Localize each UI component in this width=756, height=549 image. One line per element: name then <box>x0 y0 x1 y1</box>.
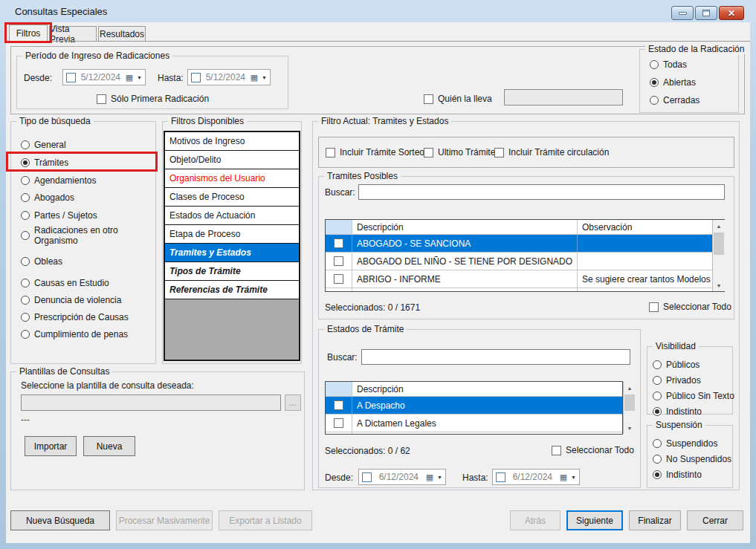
row-checkbox[interactable] <box>334 400 343 410</box>
desde-enable-checkbox[interactable] <box>66 73 76 82</box>
estados-desde-datepicker[interactable]: 6/12/2024 ▦ ▼ <box>358 469 446 485</box>
table-row[interactable]: ABOGADO - SE SANCIONA <box>326 235 724 253</box>
incluir-tramite-circulacion-row[interactable]: Incluir Trámite circulación <box>494 147 609 157</box>
radio-agendamientos[interactable]: Agendamientos <box>21 175 96 186</box>
list-item-objeto-delito[interactable]: Objeto/Delito <box>165 151 299 169</box>
list-item-tramites-estados[interactable]: Tramites y Estados <box>165 244 299 262</box>
scroll-down-icon[interactable]: ▼ <box>624 422 636 434</box>
hasta-date-value: 5/12/2024 <box>204 72 247 82</box>
row-checkbox[interactable] <box>334 418 343 428</box>
solo-primera-checkbox[interactable] <box>97 94 106 104</box>
estados-seleccionar-todo-checkbox[interactable] <box>552 446 561 455</box>
chevron-down-icon[interactable]: ▼ <box>571 475 576 480</box>
scroll-thumb[interactable] <box>624 394 635 411</box>
siguiente-button[interactable]: Siguiente <box>566 510 623 530</box>
plantilla-input[interactable] <box>21 394 281 411</box>
list-item-etapa-proceso[interactable]: Etapa de Proceso <box>165 225 299 244</box>
radio-visibilidad-indistinto[interactable]: Indistinto <box>653 406 702 417</box>
table-row[interactable]: A Notificar <box>326 432 622 435</box>
tramites-buscar-label: Buscar: <box>325 187 355 198</box>
nueva-busqueda-button[interactable]: Nueva Búsqueda <box>10 510 110 530</box>
cerrar-button[interactable]: Cerrar <box>687 510 743 530</box>
chevron-down-icon[interactable]: ▼ <box>437 475 442 480</box>
tramites-buscar-input[interactable] <box>358 184 725 200</box>
estados-hasta-enable-checkbox[interactable] <box>496 472 505 482</box>
tramites-seleccionar-todo-row[interactable]: Seleccionar Todo <box>649 302 731 312</box>
list-item-organismos-usuario[interactable]: Organismos del Usuario <box>165 169 299 188</box>
radio-obleas[interactable]: Obleas <box>21 256 62 267</box>
list-item-motivos-ingreso[interactable]: Motivos de Ingreso <box>165 132 299 151</box>
atras-button[interactable]: Atrás <box>510 510 560 530</box>
radio-general[interactable]: General <box>21 140 66 150</box>
row-checkbox[interactable] <box>334 256 343 266</box>
incluir-tramite-sorteo-row[interactable]: Incluir Trámite Sorteo <box>326 147 424 157</box>
tab-filtros[interactable]: Filtros <box>9 25 48 42</box>
radio-cerradas[interactable]: Cerradas <box>650 95 700 105</box>
row-checkbox[interactable] <box>334 274 343 284</box>
tramites-table-scrollbar[interactable]: ▲ ▼ <box>712 220 725 291</box>
importar-button[interactable]: Importar <box>25 436 77 456</box>
radio-suspendidos[interactable]: Suspendidos <box>653 438 717 449</box>
maximize-button[interactable] <box>695 6 717 20</box>
radio-abogados[interactable]: Abogados <box>21 192 74 203</box>
minimize-icon <box>679 12 687 15</box>
procesar-masivamente-button[interactable]: Procesar Masivamente <box>116 510 213 530</box>
list-item-tipos-tramite[interactable]: Tipos de Trámite <box>165 262 299 281</box>
close-button[interactable]: ✕ <box>719 6 744 20</box>
estados-desde-enable-checkbox[interactable] <box>362 472 372 482</box>
list-item-clases-proceso[interactable]: Clases de Proceso <box>165 188 299 207</box>
nueva-button[interactable]: Nueva <box>83 436 135 456</box>
finalizar-button[interactable]: Finalizar <box>629 510 681 530</box>
estados-table-scrollbar[interactable]: ▲ ▼ <box>623 382 636 434</box>
tab-vista-previa[interactable]: Vista Previa <box>49 26 97 42</box>
ultimo-tramite-row[interactable]: Ultimo Trámite <box>424 147 495 157</box>
table-row[interactable]: ABRIGO - LUGAR DESIGNADO Se deben cargar… <box>326 288 724 292</box>
quien-la-lleva-row[interactable]: Quién la lleva <box>424 94 492 104</box>
radio-partes-sujetos[interactable]: Partes / Sujetos <box>21 210 97 221</box>
estados-buscar-input[interactable] <box>361 349 630 365</box>
exportar-listado-button[interactable]: Exportar a Listado <box>219 510 312 530</box>
radio-publicos[interactable]: Públicos <box>653 360 700 370</box>
estados-seleccionar-todo-row[interactable]: Seleccionar Todo <box>552 445 634 455</box>
radio-suspension-indistinto[interactable]: Indistinto <box>653 470 702 480</box>
table-row[interactable]: ABOGADO DEL NIÑO - SE TIENE POR DESIGNAD… <box>326 253 724 270</box>
quien-la-lleva-checkbox[interactable] <box>424 94 433 104</box>
estados-hasta-label: Hasta: <box>462 472 488 483</box>
radio-abiertas[interactable]: Abiertas <box>650 77 696 88</box>
ultimo-tramite-checkbox[interactable] <box>424 148 433 157</box>
row-checkbox[interactable] <box>334 238 343 248</box>
chevron-down-icon[interactable]: ▼ <box>137 75 142 80</box>
minimize-button[interactable] <box>671 6 694 20</box>
estados-hasta-datepicker[interactable]: 6/12/2024 ▦ ▼ <box>492 469 580 485</box>
radio-prescripcion-causas[interactable]: Prescripción de Causas <box>21 312 129 322</box>
periodo-desde-datepicker[interactable]: 5/12/2024 ▦ ▼ <box>62 69 146 85</box>
incluir-tramite-sorteo-checkbox[interactable] <box>326 148 335 157</box>
radio-causas-en-estudio[interactable]: Causas en Estudio <box>21 278 109 288</box>
table-row[interactable]: ABRIGO - INFORME Se sugiere crear tantos… <box>326 270 724 288</box>
scroll-thumb[interactable] <box>714 233 724 255</box>
scroll-down-icon[interactable]: ▼ <box>713 279 725 291</box>
radio-privados[interactable]: Privados <box>653 375 701 386</box>
tab-resultados[interactable]: Resultados <box>98 26 146 42</box>
radio-tramites[interactable]: Trámites <box>21 157 68 168</box>
radio-publico-sin-texto[interactable]: Público Sin Texto <box>653 391 734 401</box>
scroll-up-icon[interactable]: ▲ <box>713 220 725 232</box>
periodo-hasta-datepicker[interactable]: 5/12/2024 ▦ ▼ <box>187 69 271 85</box>
radio-cumplimiento-penas[interactable]: Cumplimiento de penas <box>21 329 128 340</box>
table-row[interactable]: A Dictamen Legales <box>326 415 622 432</box>
hasta-enable-checkbox[interactable] <box>191 73 201 82</box>
radio-no-suspendidos[interactable]: No Suspendidos <box>653 454 731 464</box>
chevron-down-icon[interactable]: ▼ <box>262 75 267 80</box>
scroll-up-icon[interactable]: ▲ <box>624 382 636 394</box>
incluir-tramite-circulacion-checkbox[interactable] <box>494 148 504 157</box>
table-row[interactable]: A Despacho <box>326 397 622 415</box>
list-item-referencias-tramite[interactable]: Referencias de Trámite <box>165 281 299 299</box>
solo-primera-checkbox-row[interactable]: Sólo Primera Radicación <box>97 94 209 104</box>
radio-todas[interactable]: Todas <box>650 59 687 70</box>
radio-radicaciones-otro-organismo[interactable]: Radicaciones en otro Organismo <box>21 225 140 247</box>
quien-la-lleva-input[interactable] <box>504 89 623 105</box>
list-item-estados-actuacion[interactable]: Estados de Actuación <box>165 207 299 225</box>
browse-button[interactable]: ... <box>285 394 301 411</box>
radio-denuncia-violencia[interactable]: Denuncia de violencia <box>21 295 121 305</box>
tramites-seleccionar-todo-checkbox[interactable] <box>649 302 659 312</box>
